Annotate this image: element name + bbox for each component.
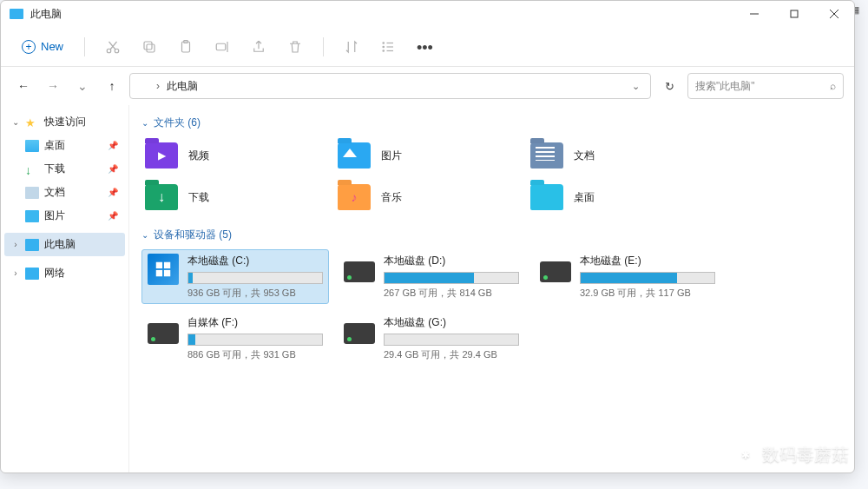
- folder-label: 视频: [188, 149, 209, 163]
- group-header-drives[interactable]: ⌄ 设备和驱动器 (5): [141, 228, 842, 242]
- group-label: 设备和驱动器 (5): [154, 228, 232, 242]
- svg-point-16: [383, 50, 385, 51]
- folder-label: 图片: [381, 149, 402, 163]
- sidebar-quick-access[interactable]: ⌄ ★ 快速访问: [4, 110, 125, 134]
- folder-item[interactable]: 视频: [141, 137, 324, 174]
- maximize-button[interactable]: [774, 1, 814, 27]
- back-button[interactable]: ←: [11, 74, 36, 98]
- svg-rect-18: [156, 262, 162, 268]
- folder-label: 下载: [188, 190, 209, 205]
- breadcrumb-separator: [156, 80, 160, 92]
- sidebar-item-desktop[interactable]: 桌面📌: [4, 134, 125, 157]
- sidebar-item-pictures[interactable]: 图片📌: [4, 204, 125, 228]
- drive-name: 本地磁盘 (D:): [384, 254, 519, 268]
- pc-icon: [137, 82, 149, 91]
- group-label: 文件夹 (6): [154, 116, 201, 130]
- folder-label: 文档: [574, 149, 595, 163]
- forward-button[interactable]: →: [41, 74, 65, 98]
- folder-icon: [338, 184, 371, 210]
- folder-icon: [145, 184, 178, 210]
- watermark: ✱ 数码毒蘑菇: [736, 443, 849, 466]
- folder-icon: [338, 142, 371, 169]
- drive-item[interactable]: 本地磁盘 (G:)29.4 GB 可用，共 29.4 GB: [338, 311, 525, 366]
- chevron-right-icon: ›: [11, 240, 20, 249]
- capacity-bar: [187, 334, 323, 346]
- drive-item[interactable]: 本地磁盘 (E:)32.9 GB 可用，共 117 GB: [534, 249, 721, 304]
- drive-icon: [344, 254, 375, 285]
- pc-icon: [25, 239, 39, 251]
- drive-item[interactable]: 本地磁盘 (D:)267 GB 可用，共 814 GB: [338, 249, 525, 304]
- folder-icon: [145, 142, 178, 169]
- refresh-button[interactable]: ↻: [656, 73, 682, 99]
- folder-item[interactable]: 图片: [334, 137, 516, 174]
- drive-stats: 29.4 GB 可用，共 29.4 GB: [384, 348, 519, 361]
- copy-button[interactable]: [135, 33, 163, 61]
- sidebar-label: 下载: [44, 162, 65, 176]
- drive-item[interactable]: 自媒体 (F:)886 GB 可用，共 931 GB: [141, 311, 329, 366]
- drive-icon: [148, 315, 179, 347]
- drive-stats: 32.9 GB 可用，共 117 GB: [580, 287, 715, 300]
- drive-stats: 886 GB 可用，共 931 GB: [187, 348, 323, 361]
- pin-icon: 📌: [108, 164, 118, 174]
- capacity-bar: [384, 334, 519, 346]
- delete-button[interactable]: [281, 33, 309, 61]
- app-icon: [10, 9, 23, 19]
- folder-item[interactable]: 下载: [141, 179, 324, 215]
- share-button[interactable]: [245, 33, 273, 61]
- drive-name: 自媒体 (F:): [187, 315, 323, 330]
- drive-name: 本地磁盘 (E:): [580, 254, 715, 268]
- up-button[interactable]: ↑: [100, 74, 124, 98]
- sidebar-item-downloads[interactable]: ↓下载📌: [4, 157, 125, 181]
- pin-icon: 📌: [108, 141, 118, 150]
- separator: [84, 37, 85, 56]
- sidebar-label: 文档: [44, 185, 65, 200]
- new-button[interactable]: + New: [15, 36, 70, 57]
- sidebar-label: 桌面: [44, 138, 65, 153]
- download-icon: ↓: [25, 163, 39, 175]
- sidebar-label: 图片: [44, 208, 65, 223]
- search-icon: ⌕: [830, 80, 836, 92]
- pin-icon: 📌: [108, 211, 118, 221]
- svg-rect-1: [791, 10, 798, 17]
- view-button[interactable]: [374, 33, 402, 61]
- search-box[interactable]: 搜索"此电脑" ⌕: [687, 73, 844, 99]
- sidebar-this-pc[interactable]: ›此电脑: [4, 233, 125, 256]
- breadcrumb-location[interactable]: 此电脑: [167, 79, 198, 94]
- more-button[interactable]: •••: [411, 33, 438, 61]
- file-explorer-window: 此电脑 + New ••• ← → ⌄ ↑ 此电脑 ⌄: [0, 0, 855, 473]
- svg-point-12: [383, 42, 385, 43]
- network-icon: [25, 268, 39, 280]
- cut-button[interactable]: [99, 33, 127, 61]
- address-bar[interactable]: 此电脑 ⌄: [129, 73, 651, 99]
- folder-icon: [530, 184, 563, 210]
- sort-button[interactable]: [338, 33, 365, 61]
- ellipsis-icon: •••: [417, 39, 432, 55]
- title-bar[interactable]: 此电脑: [1, 1, 854, 27]
- svg-rect-21: [164, 270, 170, 276]
- rename-button[interactable]: [208, 33, 236, 61]
- address-dropdown[interactable]: ⌄: [632, 81, 643, 92]
- folder-item[interactable]: 桌面: [527, 179, 709, 215]
- capacity-bar: [384, 272, 519, 284]
- group-header-folders[interactable]: ⌄ 文件夹 (6): [141, 116, 842, 130]
- recent-locations-button[interactable]: ⌄: [70, 74, 95, 98]
- folder-item[interactable]: 文档: [527, 137, 709, 174]
- svg-rect-19: [164, 262, 170, 268]
- command-bar: + New •••: [1, 27, 854, 67]
- sidebar-label: 快速访问: [44, 115, 86, 129]
- sidebar-network[interactable]: ›网络: [4, 261, 125, 285]
- folder-label: 桌面: [574, 190, 595, 205]
- close-button[interactable]: [814, 1, 854, 27]
- picture-icon: [25, 210, 39, 222]
- monitor-icon: [25, 140, 39, 152]
- window-title: 此电脑: [30, 7, 734, 22]
- folder-item[interactable]: 音乐: [334, 179, 516, 215]
- chevron-down-icon: ⌄: [141, 230, 148, 240]
- minimize-button[interactable]: [734, 1, 774, 27]
- paste-button[interactable]: [172, 33, 200, 61]
- star-icon: ★: [25, 116, 39, 129]
- drive-item[interactable]: 本地磁盘 (C:)936 GB 可用，共 953 GB: [141, 249, 329, 304]
- sidebar-item-documents[interactable]: 文档📌: [4, 181, 125, 204]
- capacity-bar: [187, 272, 323, 284]
- content-pane[interactable]: ⌄ 文件夹 (6) 视频图片文档下载音乐桌面 ⌄ 设备和驱动器 (5) 本地磁盘…: [129, 105, 854, 472]
